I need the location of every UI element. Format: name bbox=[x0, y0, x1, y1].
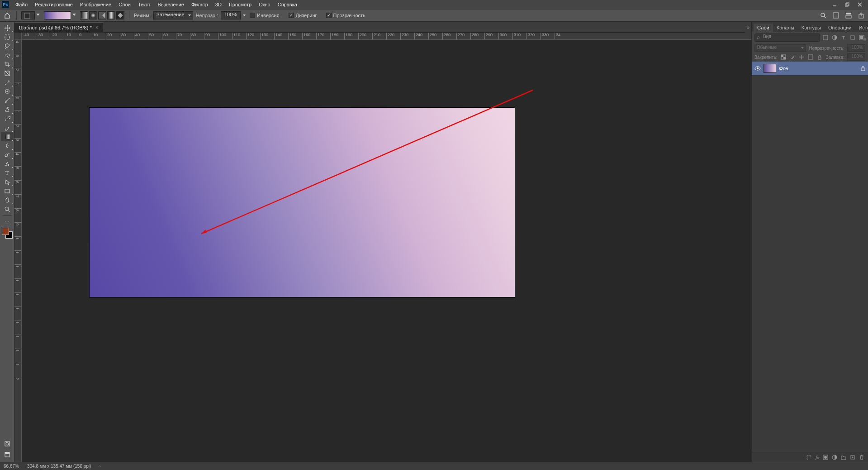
lasso-tool[interactable] bbox=[1, 42, 14, 51]
reverse-checkbox[interactable]: Инверсия bbox=[250, 13, 280, 18]
canvas-viewport[interactable]: -40-30-20-100102030405060708090100110120… bbox=[14, 33, 751, 462]
path-select-tool[interactable] bbox=[1, 177, 14, 187]
gradient-tool[interactable] bbox=[1, 132, 14, 141]
move-tool[interactable] bbox=[1, 24, 14, 33]
frame-mode-icon[interactable] bbox=[832, 11, 840, 19]
layer-style-icon[interactable]: fx bbox=[816, 455, 819, 460]
window-minimize-button[interactable] bbox=[828, 0, 841, 9]
document-tab[interactable]: Шаблон.psd @ 66,7% (RGB/8) * × bbox=[14, 22, 103, 33]
menu-view[interactable]: Просмотр bbox=[225, 1, 255, 8]
healing-brush-tool[interactable] bbox=[1, 87, 14, 96]
lock-transparent-icon[interactable] bbox=[780, 54, 787, 60]
edit-toolbar-button[interactable]: ⋯ bbox=[1, 217, 14, 226]
gradient-linear-button[interactable] bbox=[80, 11, 88, 19]
share-icon[interactable] bbox=[857, 11, 865, 19]
pen-tool[interactable] bbox=[1, 159, 14, 168]
menu-image[interactable]: Изображение bbox=[76, 1, 115, 8]
foreground-color-well[interactable] bbox=[2, 228, 9, 235]
marquee-tool[interactable] bbox=[1, 33, 14, 42]
menu-file[interactable]: Файл bbox=[12, 1, 31, 8]
tab-layers[interactable]: Слои bbox=[754, 24, 773, 32]
status-menu-icon[interactable]: › bbox=[99, 464, 100, 469]
clone-stamp-tool[interactable] bbox=[1, 105, 14, 114]
menu-text[interactable]: Текст bbox=[134, 1, 154, 8]
tab-paths[interactable]: Контуры bbox=[798, 24, 825, 32]
dither-checkbox[interactable]: Дизеринг bbox=[289, 13, 317, 18]
history-brush-tool[interactable] bbox=[1, 114, 14, 123]
eraser-tool[interactable] bbox=[1, 123, 14, 132]
opacity-input[interactable]: 100% bbox=[221, 11, 241, 19]
svg-rect-9 bbox=[108, 12, 114, 19]
delete-layer-icon[interactable] bbox=[859, 455, 864, 460]
menu-layers[interactable]: Слои bbox=[115, 1, 134, 8]
layer-mask-icon[interactable] bbox=[823, 455, 828, 460]
blend-mode-select[interactable]: Затемнение bbox=[153, 11, 193, 19]
tab-channels[interactable]: Каналы bbox=[773, 24, 798, 32]
menu-window[interactable]: Окно bbox=[255, 1, 274, 8]
ruler-origin[interactable] bbox=[14, 33, 22, 40]
adjustment-layer-icon[interactable] bbox=[832, 455, 837, 460]
layer-row[interactable]: Фон bbox=[752, 62, 868, 75]
layer-visibility-icon[interactable] bbox=[754, 66, 761, 71]
lock-all-icon[interactable] bbox=[816, 54, 823, 60]
tab-overflow-icon[interactable]: » bbox=[745, 22, 751, 33]
layer-opacity-input[interactable]: 100% bbox=[847, 44, 865, 52]
tab-history[interactable]: История bbox=[855, 24, 868, 32]
menu-select[interactable]: Выделение bbox=[154, 1, 188, 8]
layer-blend-mode-select[interactable]: Обычные bbox=[754, 44, 806, 52]
gradient-angle-button[interactable] bbox=[98, 11, 106, 19]
gradient-reflected-button[interactable] bbox=[107, 11, 115, 19]
layer-fill-input[interactable]: 100% bbox=[847, 53, 865, 61]
filter-pixel-icon[interactable] bbox=[822, 34, 829, 41]
tab-actions[interactable]: Операции bbox=[825, 24, 855, 32]
rectangle-tool[interactable] bbox=[1, 187, 14, 196]
window-restore-button[interactable] bbox=[841, 0, 854, 9]
close-tab-icon[interactable]: × bbox=[95, 24, 99, 31]
frame-tool[interactable] bbox=[1, 69, 14, 78]
crop-tool[interactable] bbox=[1, 60, 14, 69]
svg-rect-45 bbox=[781, 55, 783, 57]
collapse-handle-icon[interactable] bbox=[863, 38, 866, 41]
tool-preset-picker[interactable] bbox=[21, 11, 35, 19]
layer-thumbnail[interactable] bbox=[764, 64, 776, 73]
document-info[interactable]: 304,8 мм x 135,47 мм (150 ppi) bbox=[27, 464, 91, 469]
link-layers-icon[interactable] bbox=[806, 455, 812, 460]
lock-position-icon[interactable] bbox=[798, 54, 805, 60]
menu-filter[interactable]: Фильтр bbox=[188, 1, 212, 8]
menu-3d[interactable]: 3D bbox=[212, 1, 225, 8]
canvas[interactable] bbox=[90, 108, 515, 297]
filter-shape-icon[interactable] bbox=[849, 34, 856, 41]
vertical-ruler[interactable]: 4321012345678911111111112 bbox=[14, 40, 22, 462]
gradient-radial-button[interactable] bbox=[89, 11, 97, 19]
home-button[interactable] bbox=[3, 11, 12, 20]
menu-edit[interactable]: Редактирование bbox=[31, 1, 76, 8]
new-layer-icon[interactable] bbox=[850, 455, 855, 460]
filter-adjust-icon[interactable] bbox=[831, 34, 838, 41]
transparency-checkbox[interactable]: Прозрачность bbox=[326, 13, 365, 18]
screen-mode-button[interactable] bbox=[1, 450, 14, 459]
lock-artboard-icon[interactable] bbox=[807, 54, 814, 60]
eyedropper-tool[interactable] bbox=[1, 78, 14, 87]
quick-mask-button[interactable] bbox=[1, 439, 14, 448]
workspace-picker-icon[interactable] bbox=[844, 11, 853, 19]
new-group-icon[interactable] bbox=[841, 455, 846, 460]
hand-tool[interactable] bbox=[1, 196, 14, 205]
window-close-button[interactable] bbox=[854, 0, 866, 9]
layer-filter-search[interactable]: Вид bbox=[754, 34, 820, 42]
brush-tool[interactable] bbox=[1, 96, 14, 105]
dodge-tool[interactable] bbox=[1, 150, 14, 159]
quick-select-tool[interactable] bbox=[1, 51, 14, 60]
lock-pixels-icon[interactable] bbox=[789, 54, 796, 60]
blur-tool[interactable] bbox=[1, 141, 14, 150]
filter-type-icon[interactable]: T bbox=[840, 34, 847, 41]
search-icon[interactable] bbox=[819, 11, 827, 19]
zoom-tool[interactable] bbox=[1, 205, 14, 214]
menu-help[interactable]: Справка bbox=[274, 1, 301, 8]
zoom-level[interactable]: 66,67% bbox=[4, 464, 19, 469]
ruler-tick: 4 bbox=[14, 152, 22, 153]
gradient-diamond-button[interactable] bbox=[116, 11, 124, 19]
horizontal-ruler[interactable]: -40-30-20-100102030405060708090100110120… bbox=[22, 33, 751, 40]
type-tool[interactable]: T bbox=[1, 168, 14, 177]
color-wells[interactable] bbox=[2, 228, 13, 239]
gradient-picker[interactable] bbox=[44, 11, 71, 19]
